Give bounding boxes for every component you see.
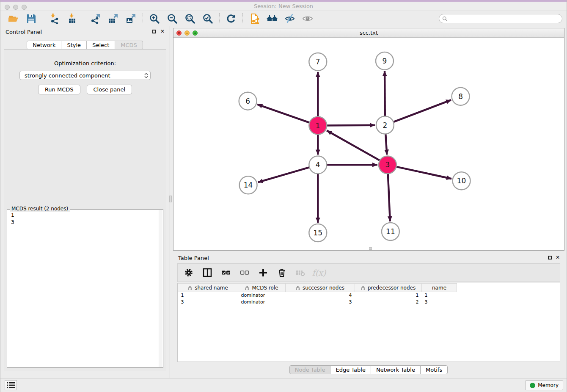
table-cell[interactable]: dominator — [238, 299, 286, 306]
graph-edge-3-10[interactable] — [388, 165, 451, 179]
search-input[interactable] — [450, 16, 559, 22]
table-cell[interactable]: 1 — [422, 292, 457, 299]
minimize-window-icon[interactable] — [13, 5, 18, 10]
graph-node-2[interactable]: 2 — [376, 116, 394, 134]
delete-column-icon[interactable] — [277, 268, 287, 278]
add-column-icon[interactable] — [258, 268, 268, 278]
graph-node-6[interactable]: 6 — [239, 92, 257, 110]
column-header-shared-name[interactable]: shared name — [178, 284, 238, 292]
maximize-window-icon[interactable] — [22, 5, 27, 10]
tab-network-table[interactable]: Network Table — [371, 365, 421, 374]
network-resize-grip[interactable] — [369, 247, 372, 250]
network-view-titlebar[interactable]: ✕ − + scc.txt — [173, 28, 564, 38]
float-panel-icon[interactable] — [152, 30, 156, 33]
export-table-icon[interactable] — [107, 13, 119, 25]
graph-node-1[interactable]: 1 — [309, 117, 327, 135]
table-cell[interactable]: 4 — [286, 292, 355, 299]
tab-network[interactable]: Network — [27, 41, 61, 50]
run-mcds-button[interactable]: Run MCDS — [38, 85, 80, 94]
optimization-criterion-label: Optimization criterion: — [4, 60, 166, 66]
first-neighbors-icon[interactable] — [266, 13, 278, 25]
mcds-result-title: MCDS result (2 nodes) — [10, 206, 70, 212]
panel-splitter[interactable] — [170, 26, 171, 378]
network-minimize-icon[interactable]: − — [184, 30, 190, 36]
graph-edge-1-6[interactable] — [257, 105, 318, 126]
network-maximize-icon[interactable]: + — [193, 30, 198, 36]
task-history-button[interactable] — [5, 380, 17, 390]
import-table-icon[interactable] — [66, 13, 78, 25]
graph-edge-3-1[interactable] — [327, 130, 388, 165]
new-network-from-selection-icon[interactable] — [248, 13, 260, 25]
graph-node-7[interactable]: 7 — [309, 53, 327, 71]
apply-layout-icon[interactable] — [225, 13, 237, 25]
table-cell[interactable]: 3 — [422, 299, 457, 306]
column-header-predecessor-nodes[interactable]: predecessor nodes — [355, 284, 422, 292]
table-cell[interactable]: dominator — [238, 292, 286, 299]
search-box[interactable] — [439, 14, 562, 23]
tab-node-table[interactable]: Node Table — [289, 365, 331, 374]
network-close-icon[interactable]: ✕ — [176, 30, 182, 36]
close-panel-button[interactable]: Close panel — [87, 85, 132, 94]
open-file-icon[interactable] — [8, 13, 19, 25]
svg-text:7: 7 — [316, 58, 320, 66]
table-row[interactable]: 3dominator323 — [178, 299, 457, 306]
zoom-out-icon[interactable] — [166, 13, 178, 25]
table-cell[interactable]: 2 — [355, 299, 422, 306]
import-network-icon[interactable] — [49, 13, 61, 25]
save-session-icon[interactable] — [25, 13, 37, 25]
tab-style[interactable]: Style — [61, 41, 87, 50]
zoom-in-icon[interactable] — [149, 13, 160, 25]
column-header-MCDS-role[interactable]: MCDS role — [238, 284, 286, 292]
graph-node-3[interactable]: 3 — [379, 156, 396, 174]
zoom-selected-icon[interactable] — [202, 13, 214, 25]
zoom-fit-icon[interactable] — [184, 13, 196, 25]
memory-button[interactable]: Memory — [525, 380, 563, 390]
export-image-icon[interactable] — [125, 13, 137, 25]
graph-edge-2-8[interactable] — [385, 100, 451, 125]
table-row[interactable]: 1dominator411 — [178, 292, 457, 299]
table-cell[interactable]: 1 — [355, 292, 422, 299]
graphics-details-icon[interactable] — [302, 13, 314, 25]
optimization-criterion-select[interactable]: strongly connected component — [19, 71, 151, 80]
table-panel-title: Table Panel — [178, 255, 209, 261]
splitter-grip-icon[interactable] — [169, 196, 172, 202]
graph-node-14[interactable]: 14 — [239, 176, 257, 194]
deselect-all-icon[interactable] — [239, 268, 250, 278]
node-table-container: shared nameMCDS rolesuccessor nodesprede… — [177, 283, 560, 362]
tab-select[interactable]: Select — [86, 41, 115, 50]
svg-text:4: 4 — [316, 160, 320, 169]
column-header-successor-nodes[interactable]: successor nodes — [286, 284, 355, 292]
mcds-result-lines: 13 — [7, 210, 163, 228]
result-scrollbar[interactable] — [159, 210, 162, 367]
graph-node-10[interactable]: 10 — [453, 172, 471, 190]
select-all-icon[interactable] — [221, 268, 231, 278]
table-cell[interactable]: 3 — [178, 299, 238, 306]
graph-node-15[interactable]: 15 — [309, 224, 327, 242]
function-builder-icon: f(x) — [314, 268, 324, 278]
svg-text:2: 2 — [383, 121, 388, 130]
table-toolbar: f(x) — [177, 263, 560, 282]
export-network-icon[interactable] — [90, 13, 102, 25]
search-icon — [442, 16, 448, 22]
graph-node-11[interactable]: 11 — [382, 223, 399, 240]
table-cell[interactable]: 1 — [178, 292, 238, 299]
gear-icon[interactable] — [184, 268, 194, 278]
close-window-icon[interactable] — [5, 5, 10, 10]
graph-node-9[interactable]: 9 — [376, 52, 394, 70]
close-panel-icon[interactable]: ✕ — [160, 28, 165, 34]
graph-node-8[interactable]: 8 — [452, 88, 470, 105]
graph-node-4[interactable]: 4 — [309, 156, 327, 174]
table-float-icon[interactable] — [548, 256, 552, 259]
mcds-result-box[interactable]: MCDS result (2 nodes) 13 — [7, 209, 163, 368]
tab-motifs[interactable]: Motifs — [420, 365, 448, 374]
svg-text:11: 11 — [386, 227, 395, 236]
table-close-icon[interactable]: ✕ — [556, 254, 560, 260]
split-column-icon[interactable] — [202, 268, 212, 278]
table-cell[interactable]: 3 — [286, 299, 355, 306]
column-header-name[interactable]: name — [422, 284, 457, 292]
titlebar: Session: New Session — [0, 0, 567, 11]
hide-selected-icon[interactable] — [284, 13, 296, 25]
tab-edge-table[interactable]: Edge Table — [330, 365, 371, 374]
network-canvas[interactable]: 7968124314101511 — [173, 38, 564, 250]
tab-mcds[interactable]: MCDS — [115, 41, 143, 50]
